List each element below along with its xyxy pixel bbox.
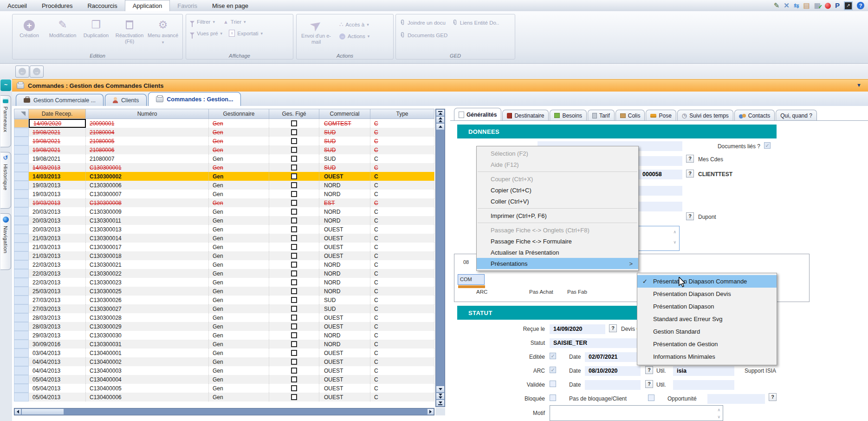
ribbon-button-r-activation-f6[interactable]: Réactivation (F6) xyxy=(113,17,146,46)
motif-field[interactable]: ∧ ∨ xyxy=(550,405,723,421)
motif-spin-up-icon[interactable]: ∧ xyxy=(717,408,720,412)
column-header-type[interactable]: Type xyxy=(370,109,434,119)
submenu-item-pr-sentation-diapason[interactable]: Présentation Diapason xyxy=(637,300,777,313)
table-row[interactable]: 04/04/2013C130400003GenOUESTC xyxy=(14,366,434,375)
table-cell[interactable]: C130300026 xyxy=(86,296,209,304)
table-cell-fige[interactable] xyxy=(269,278,319,287)
table-cell[interactable]: Gen xyxy=(209,216,269,225)
table-cell[interactable]: Gen xyxy=(209,190,269,198)
table-cell[interactable]: C xyxy=(370,357,434,366)
table-cell-fige[interactable] xyxy=(269,287,319,296)
fige-checkbox[interactable] xyxy=(291,129,297,135)
table-cell[interactable]: C xyxy=(370,331,434,340)
fige-checkbox[interactable] xyxy=(291,120,297,126)
table-cell[interactable]: C xyxy=(370,172,434,181)
table-cell[interactable]: C xyxy=(370,384,434,393)
table-cell[interactable]: 28/03/2013 xyxy=(29,322,86,331)
table-cell[interactable]: 30/09/2016 xyxy=(29,340,86,349)
table-cell[interactable]: Gen xyxy=(209,304,269,313)
table-cell[interactable]: C130400005 xyxy=(86,384,209,393)
validee-date-field[interactable] xyxy=(585,380,641,390)
table-row[interactable]: 22/03/2013C130300021GenNORDC xyxy=(14,260,434,269)
submenu-item-pr-sentation-diapason-commande[interactable]: ✓Présentation Diapason Commande xyxy=(637,275,777,288)
row-header-cell[interactable] xyxy=(14,296,29,304)
table-cell-fige[interactable] xyxy=(269,243,319,251)
refresh-icon[interactable]: ⇆ xyxy=(794,1,799,10)
row-header-cell[interactable] xyxy=(14,366,29,375)
ribbon-button-envoi-d-un-e-mail[interactable]: ➤Envoi d'un e-mail xyxy=(297,15,336,45)
table-cell[interactable]: Gen xyxy=(209,225,269,234)
table-cell-fige[interactable] xyxy=(269,269,319,278)
table-cell[interactable]: COMTEST xyxy=(319,119,370,128)
table-cell[interactable]: SUD xyxy=(319,163,370,172)
scroll-pagedown-button[interactable] xyxy=(436,393,445,400)
table-cell[interactable]: 21/03/2013 xyxy=(29,251,86,260)
table-cell-fige[interactable] xyxy=(269,119,319,128)
devis-help-button[interactable]: ? xyxy=(609,324,617,332)
table-cell[interactable]: 20/03/2013 xyxy=(29,216,86,225)
table-cell[interactable]: NORD xyxy=(319,331,370,340)
detail-tab-pose[interactable]: Pose xyxy=(646,110,676,121)
row-header-cell[interactable] xyxy=(14,313,29,322)
submenu-item-gestion-standard[interactable]: Gestion Standard xyxy=(637,325,777,338)
table-cell[interactable]: 21080007 xyxy=(86,154,209,163)
table-cell[interactable]: 05/04/2013 xyxy=(29,384,86,393)
table-row[interactable]: 19/08/202121080006GenSUDC xyxy=(14,145,434,154)
fige-checkbox[interactable] xyxy=(291,147,297,153)
table-cell[interactable]: 25/03/2013 xyxy=(29,287,86,296)
fige-checkbox[interactable] xyxy=(291,315,297,321)
table-cell-fige[interactable] xyxy=(269,260,319,269)
row-header-cell[interactable] xyxy=(14,384,29,393)
spin-down-icon[interactable]: ∨ xyxy=(673,240,676,244)
external-window-icon[interactable]: ↗ xyxy=(844,1,853,10)
ribbon-button-exportati[interactable]: xExportati▾ xyxy=(229,30,263,37)
fige-checkbox[interactable] xyxy=(291,173,297,179)
table-cell[interactable]: Gen xyxy=(209,366,269,375)
table-row[interactable]: 22/03/2013C130300023GenNORDC xyxy=(14,278,434,287)
table-cell-fige[interactable] xyxy=(269,198,319,207)
table-cell[interactable]: 20/03/2013 xyxy=(29,207,86,216)
table-cell[interactable]: NORD xyxy=(319,207,370,216)
table-cell[interactable]: Gen xyxy=(209,296,269,304)
document-tab-commandes-gestion[interactable]: Commandes : Gestion... xyxy=(148,92,241,106)
arc-checkbox[interactable]: ✓ xyxy=(550,367,556,373)
table-row[interactable]: 25/03/2013C130300025GenNORDC xyxy=(14,287,434,296)
table-cell-fige[interactable] xyxy=(269,251,319,260)
ribbon-button-cr-ation[interactable]: +Création xyxy=(13,17,46,46)
row-header-cell[interactable] xyxy=(14,251,29,260)
column-header-num-ro[interactable]: Numéro xyxy=(86,109,209,119)
table-cell[interactable]: C130400004 xyxy=(86,375,209,384)
table-cell[interactable]: C130300017 xyxy=(86,243,209,251)
submenu-item-pr-sentation-diapason-devis[interactable]: Présentation Diapason Devis xyxy=(637,288,777,300)
fige-checkbox[interactable] xyxy=(291,385,297,391)
table-row[interactable]: 21/03/2013C130300017GenOUESTC xyxy=(14,243,434,251)
scroll-top-button[interactable] xyxy=(436,109,445,116)
table-cell[interactable]: SUD xyxy=(319,137,370,145)
fige-checkbox[interactable] xyxy=(291,350,297,356)
row-header-cell[interactable] xyxy=(14,225,29,234)
table-cell[interactable]: 19/08/2021 xyxy=(29,154,86,163)
close-x-icon[interactable]: ✕ xyxy=(784,1,790,10)
menu-item-proc-dures[interactable]: Procédures xyxy=(34,0,80,11)
table-row[interactable]: 05/04/2013C130400004GenOUESTC xyxy=(14,375,434,384)
table-cell[interactable]: C xyxy=(370,181,434,190)
back-button[interactable]: ← xyxy=(15,66,29,78)
table-cell[interactable]: C xyxy=(370,393,434,401)
context-menu-item-passage-fiche-formulaire[interactable]: Passage Fiche <-> Formulaire xyxy=(477,236,638,247)
table-cell-fige[interactable] xyxy=(269,331,319,340)
validee-util-help-button[interactable]: ? xyxy=(645,380,653,388)
table-cell[interactable]: C130300029 xyxy=(86,322,209,331)
fige-checkbox[interactable] xyxy=(291,200,297,206)
table-row[interactable]: 05/04/2013C130400006GenOUESTC xyxy=(14,393,434,401)
ribbon-button-liens-entit-do[interactable]: Liens Entité Do.. xyxy=(452,19,499,26)
column-header-gestionnaire[interactable]: Gestionnaire xyxy=(209,109,269,119)
table-cell[interactable]: 04/04/2013 xyxy=(29,357,86,366)
table-cell-fige[interactable] xyxy=(269,216,319,225)
table-cell[interactable]: Gen xyxy=(209,313,269,322)
table-cell[interactable]: Gen xyxy=(209,349,269,357)
table-cell-fige[interactable] xyxy=(269,375,319,384)
row-header-cell[interactable] xyxy=(14,154,29,163)
table-cell[interactable]: 21080005 xyxy=(86,137,209,145)
table-cell[interactable]: OUEST xyxy=(319,234,370,243)
table-cell[interactable]: Gen xyxy=(209,137,269,145)
